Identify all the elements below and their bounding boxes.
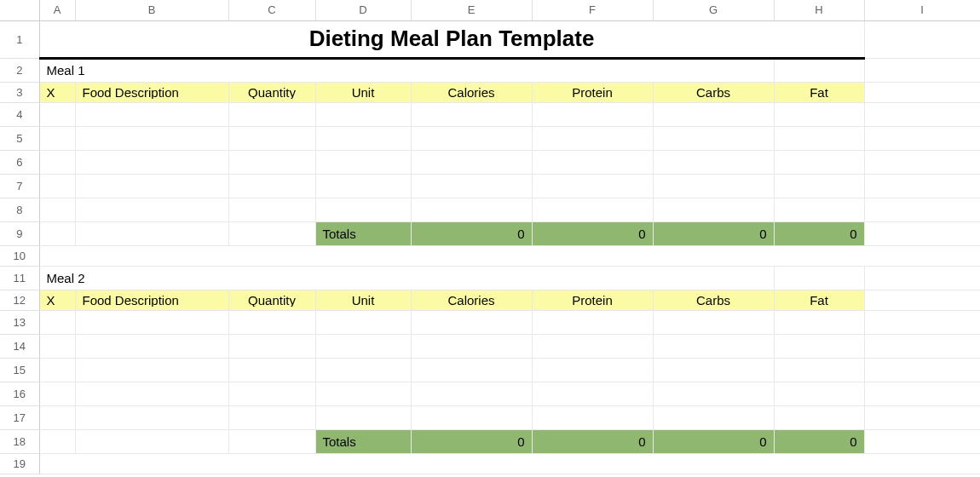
cell-E15[interactable] [411, 358, 532, 382]
cell-A16[interactable] [39, 382, 75, 405]
hdr-pro-1[interactable]: Protein [532, 82, 653, 102]
totals-label-1[interactable]: Totals [315, 221, 411, 245]
cell-I2[interactable] [864, 58, 980, 82]
cell-G14[interactable] [653, 334, 774, 358]
totals-cal-2[interactable]: 0 [411, 429, 532, 453]
cell-I18[interactable] [864, 429, 980, 453]
cell-F15[interactable] [532, 358, 653, 382]
cell-G13[interactable] [653, 310, 774, 334]
col-header-A[interactable]: A [39, 0, 75, 20]
row-header-19[interactable]: 19 [0, 453, 39, 474]
cell-E14[interactable] [411, 334, 532, 358]
cell-B18[interactable] [75, 429, 228, 453]
cell-C8[interactable] [228, 198, 315, 221]
cell-F17[interactable] [532, 405, 653, 429]
cell-C9[interactable] [228, 221, 315, 245]
cell-F5[interactable] [532, 126, 653, 150]
cell-H11[interactable] [774, 266, 864, 290]
hdr-carb-2[interactable]: Carbs [653, 290, 774, 310]
totals-fat-1[interactable]: 0 [774, 221, 864, 245]
row-header-3[interactable]: 3 [0, 82, 39, 102]
row-header-1[interactable]: 1 [0, 20, 39, 58]
hdr-cal-1[interactable]: Calories [411, 82, 532, 102]
cell-A11[interactable]: Meal 2 [39, 266, 774, 290]
cell-F13[interactable] [532, 310, 653, 334]
hdr-carb-1[interactable]: Carbs [653, 82, 774, 102]
cell-D5[interactable] [315, 126, 411, 150]
cell-B6[interactable] [75, 150, 228, 174]
cell-D4[interactable] [315, 102, 411, 126]
cell-E5[interactable] [411, 126, 532, 150]
cell-H14[interactable] [774, 334, 864, 358]
cell-A4[interactable] [39, 102, 75, 126]
row-header-9[interactable]: 9 [0, 221, 39, 245]
cell-row19[interactable] [39, 453, 980, 474]
cell-I17[interactable] [864, 405, 980, 429]
cell-E4[interactable] [411, 102, 532, 126]
cell-E16[interactable] [411, 382, 532, 405]
cell-A5[interactable] [39, 126, 75, 150]
cell-C6[interactable] [228, 150, 315, 174]
cell-E17[interactable] [411, 405, 532, 429]
totals-pro-1[interactable]: 0 [532, 221, 653, 245]
cell-C16[interactable] [228, 382, 315, 405]
cell-H4[interactable] [774, 102, 864, 126]
cell-A9[interactable] [39, 221, 75, 245]
hdr-cal-2[interactable]: Calories [411, 290, 532, 310]
col-header-F[interactable]: F [532, 0, 653, 20]
cell-I7[interactable] [864, 174, 980, 198]
cell-E7[interactable] [411, 174, 532, 198]
row-header-10[interactable]: 10 [0, 245, 39, 266]
cell-I11[interactable] [864, 266, 980, 290]
row-header-6[interactable]: 6 [0, 150, 39, 174]
cell-D7[interactable] [315, 174, 411, 198]
cell-G6[interactable] [653, 150, 774, 174]
col-header-D[interactable]: D [315, 0, 411, 20]
cell-A2[interactable]: Meal 1 [39, 58, 774, 82]
hdr-x-1[interactable]: X [39, 82, 75, 102]
cell-I16[interactable] [864, 382, 980, 405]
cell-C17[interactable] [228, 405, 315, 429]
cell-I14[interactable] [864, 334, 980, 358]
cell-D8[interactable] [315, 198, 411, 221]
cell-G4[interactable] [653, 102, 774, 126]
cell-row10[interactable] [39, 245, 980, 266]
cell-H16[interactable] [774, 382, 864, 405]
totals-pro-2[interactable]: 0 [532, 429, 653, 453]
cell-A7[interactable] [39, 174, 75, 198]
cell-H13[interactable] [774, 310, 864, 334]
cell-E6[interactable] [411, 150, 532, 174]
totals-cal-1[interactable]: 0 [411, 221, 532, 245]
row-header-7[interactable]: 7 [0, 174, 39, 198]
cell-B16[interactable] [75, 382, 228, 405]
cell-C14[interactable] [228, 334, 315, 358]
cell-I5[interactable] [864, 126, 980, 150]
cell-H8[interactable] [774, 198, 864, 221]
col-header-B[interactable]: B [75, 0, 228, 20]
totals-carb-1[interactable]: 0 [653, 221, 774, 245]
cell-H15[interactable] [774, 358, 864, 382]
row-header-11[interactable]: 11 [0, 266, 39, 290]
cell-H17[interactable] [774, 405, 864, 429]
cell-D14[interactable] [315, 334, 411, 358]
cell-B5[interactable] [75, 126, 228, 150]
select-all-corner[interactable] [0, 0, 39, 20]
cell-I9[interactable] [864, 221, 980, 245]
hdr-pro-2[interactable]: Protein [532, 290, 653, 310]
row-header-17[interactable]: 17 [0, 405, 39, 429]
cell-B9[interactable] [75, 221, 228, 245]
cell-F16[interactable] [532, 382, 653, 405]
row-header-8[interactable]: 8 [0, 198, 39, 221]
cell-B8[interactable] [75, 198, 228, 221]
cell-G15[interactable] [653, 358, 774, 382]
cell-F14[interactable] [532, 334, 653, 358]
cell-G16[interactable] [653, 382, 774, 405]
hdr-qty-1[interactable]: Quantity [228, 82, 315, 102]
row-header-15[interactable]: 15 [0, 358, 39, 382]
cell-B17[interactable] [75, 405, 228, 429]
cell-H7[interactable] [774, 174, 864, 198]
hdr-x-2[interactable]: X [39, 290, 75, 310]
spreadsheet-grid[interactable]: A B C D E F G H I 1 Dieting Meal Plan Te… [0, 0, 980, 474]
cell-D16[interactable] [315, 382, 411, 405]
hdr-food-1[interactable]: Food Description [75, 82, 228, 102]
